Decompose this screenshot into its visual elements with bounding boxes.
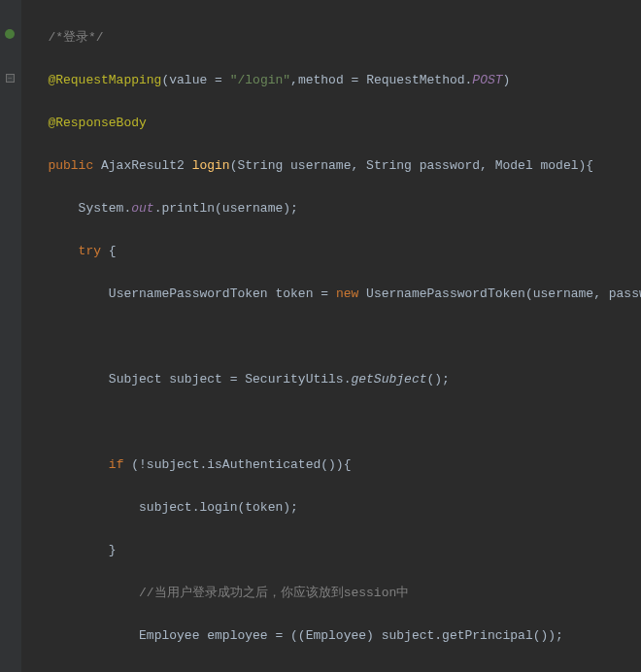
brace: } (109, 543, 117, 557)
annotation: @ResponseBody (48, 116, 146, 130)
condition: (!subject.isAuthenticated()){ (131, 457, 351, 472)
code-line: Subject subject = SecurityUtils.getSubje… (25, 369, 641, 390)
param-key: method = (298, 73, 366, 87)
static-field: out (131, 201, 153, 216)
code-line: @RequestMapping(value = "/login",method … (25, 70, 641, 91)
code-line: subject.login(token); (25, 497, 641, 519)
code-line: } (25, 540, 641, 561)
code-line: /*登录*/ (25, 27, 641, 49)
code-editor[interactable]: /*登录*/ @RequestMapping(value = "/login",… (25, 6, 641, 672)
editor-gutter (0, 0, 21, 672)
type-ref: RequestMethod. (366, 73, 472, 87)
keyword: if (109, 457, 131, 472)
keyword: new (336, 286, 366, 301)
comment-text: /*登录*/ (48, 30, 103, 45)
code-line: if (!subject.isAuthenticated()){ (25, 454, 641, 476)
code-line: UsernamePasswordToken token = new Userna… (25, 284, 641, 305)
code-text: Employee employee = ((Employee) subject.… (139, 628, 563, 643)
code-line (25, 326, 641, 348)
code-line (25, 668, 641, 672)
code-text: Subject subject = SecurityUtils. (109, 372, 352, 386)
code-line: //当用户登录成功之后，你应该放到session中 (25, 583, 641, 604)
annotation: @RequestMapping (48, 73, 161, 87)
code-line (25, 412, 641, 433)
param-key: value = (169, 73, 229, 87)
keyword: try (79, 244, 109, 258)
gutter-marker-icon (5, 29, 15, 39)
code-line: public AjaxResult2 login(String username… (25, 155, 641, 177)
code-line: @ResponseBody (25, 113, 641, 134)
code-line: System.out.println(username); (25, 198, 641, 219)
params: (String username, String password, Model… (230, 158, 593, 173)
punct: , (290, 73, 298, 87)
code-text: System. (79, 201, 132, 216)
ctor-call: UsernamePasswordToken(username, password… (366, 286, 641, 301)
brace: { (109, 244, 117, 258)
comment-text: //当用户登录成功之后，你应该放到session中 (139, 586, 409, 600)
punct: ) (503, 73, 511, 87)
code-line: Employee employee = ((Employee) subject.… (25, 625, 641, 647)
code-text: subject.login(token); (139, 500, 298, 515)
method-name: login (192, 158, 230, 173)
code-text: (); (426, 372, 449, 386)
enum-constant: POST (472, 73, 502, 87)
code-line: try { (25, 241, 641, 262)
code-text: UsernamePasswordToken token = (109, 286, 336, 301)
fold-icon[interactable] (6, 74, 15, 83)
keyword: public (48, 158, 101, 173)
return-type: AjaxResult2 (101, 158, 192, 173)
string-literal: "/login" (230, 73, 290, 87)
static-method: getSubject (351, 372, 426, 386)
code-text: .println(username); (154, 201, 298, 216)
